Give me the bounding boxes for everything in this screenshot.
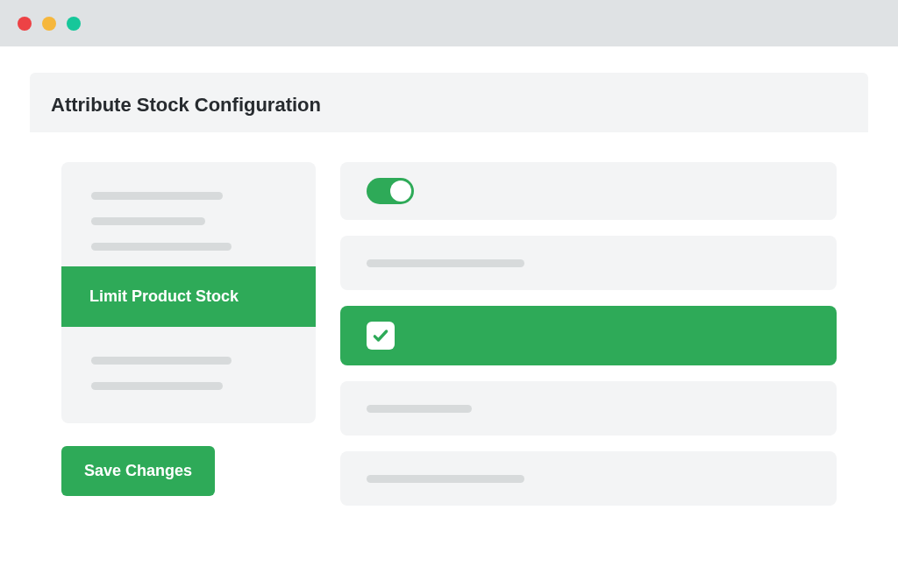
sidebar-placeholder-top bbox=[61, 192, 316, 266]
save-button[interactable]: Save Changes bbox=[61, 446, 215, 496]
sidebar-item-label: Limit Product Stock bbox=[89, 287, 239, 305]
close-icon[interactable] bbox=[18, 17, 32, 31]
config-card: Attribute Stock Configuration Limit Prod… bbox=[30, 73, 868, 535]
sidebar-panel: Limit Product Stock bbox=[61, 162, 316, 423]
sidebar: Limit Product Stock Save Changes bbox=[61, 162, 316, 506]
maximize-icon[interactable] bbox=[67, 17, 81, 31]
setting-row-placeholder bbox=[340, 451, 837, 506]
setting-label-placeholder bbox=[367, 405, 472, 413]
sidebar-item-placeholder[interactable] bbox=[91, 357, 232, 365]
setting-row-placeholder bbox=[340, 381, 837, 436]
sidebar-item-placeholder[interactable] bbox=[91, 192, 223, 200]
toggle-knob bbox=[390, 181, 411, 202]
setting-label-placeholder bbox=[367, 259, 524, 267]
highlight-checkbox[interactable] bbox=[367, 322, 395, 350]
titlebar bbox=[0, 0, 898, 46]
sidebar-item-limit-product-stock[interactable]: Limit Product Stock bbox=[61, 266, 316, 327]
card-header: Attribute Stock Configuration bbox=[30, 73, 868, 132]
settings-content bbox=[340, 162, 837, 506]
sidebar-item-placeholder[interactable] bbox=[91, 243, 232, 251]
sidebar-item-placeholder[interactable] bbox=[91, 382, 223, 390]
sidebar-item-placeholder[interactable] bbox=[91, 217, 205, 225]
setting-row-placeholder bbox=[340, 236, 837, 290]
app-window: Attribute Stock Configuration Limit Prod… bbox=[0, 0, 898, 588]
setting-row-highlight[interactable] bbox=[340, 306, 837, 365]
minimize-icon[interactable] bbox=[42, 17, 56, 31]
sidebar-placeholder-bottom bbox=[61, 327, 316, 397]
setting-row-toggle bbox=[340, 162, 837, 220]
setting-label-placeholder bbox=[367, 475, 524, 483]
check-icon bbox=[372, 327, 389, 344]
feature-toggle[interactable] bbox=[367, 178, 414, 204]
page-title: Attribute Stock Configuration bbox=[51, 94, 847, 117]
card-body: Limit Product Stock Save Changes bbox=[30, 132, 868, 535]
